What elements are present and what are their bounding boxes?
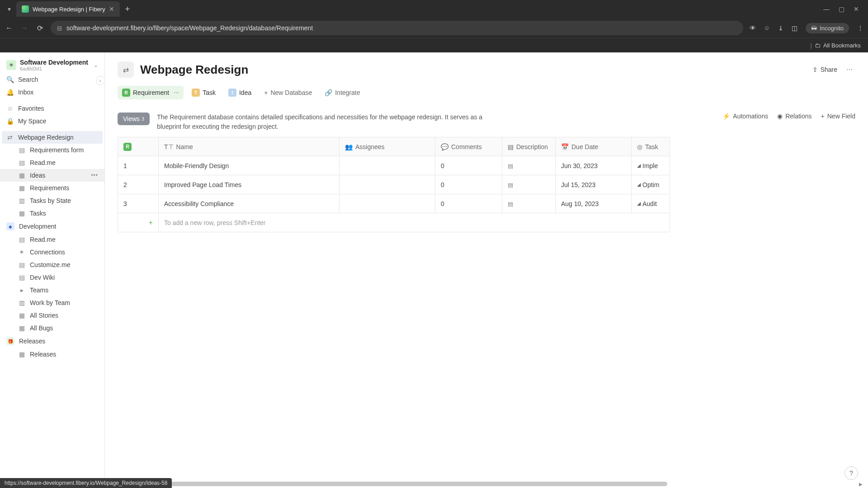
sidebar-favorites[interactable]: ☆ Favorites [0,102,104,115]
database-description[interactable]: The Requirement database contains detail… [157,113,491,131]
cell-due-date[interactable]: Jul 15, 2023 [556,175,632,194]
sidepanel-icon[interactable]: ◫ [792,24,797,32]
share-button[interactable]: ⇪ Share [812,66,837,73]
column-header-comments[interactable]: 💬Comments [435,137,502,156]
sidebar-item-work-by-team[interactable]: ▥ Work by Team [0,296,104,309]
close-tab-icon[interactable]: ✕ [109,5,114,13]
column-header-due-date[interactable]: 📅Due Date [556,137,632,156]
cell-name[interactable]: Mobile-Friendly Design [159,156,340,175]
sidebar-item-tasks[interactable]: ▦ Tasks [0,207,104,220]
sidebar-item-label: Requirements form [30,146,84,154]
new-tab-button[interactable]: + [122,5,134,14]
all-bookmarks-button[interactable]: All Bookmarks [823,42,861,49]
sidebar-item-releases-view[interactable]: ▦ Releases [0,348,104,361]
sidebar-space-webpage-redesign[interactable]: ⇄ Webpage Redesign [2,131,103,144]
add-row[interactable]: + To add a new row, press Shift+Enter [118,213,670,232]
share-icon: ⇪ [812,66,818,73]
reload-button[interactable]: ⟳ [35,24,44,33]
collapse-sidebar-button[interactable]: ‹ [96,76,105,85]
note-icon: ▤ [508,163,513,169]
column-header-name[interactable]: T⊤Name [159,137,340,156]
site-settings-icon[interactable]: ⊟ [57,25,62,32]
scroll-right-icon[interactable]: ▶ [859,482,863,487]
cell-comments[interactable]: 0 [435,175,502,194]
new-database-button[interactable]: + New Database [259,86,316,99]
sidebar-item-dev-readme[interactable]: ▤ Read.me [0,233,104,246]
sidebar-space-development[interactable]: ◆ Development [0,220,104,233]
cell-description[interactable]: ▤ [502,194,556,213]
sidebar-item-label: Work by Team [30,299,70,306]
column-header-task[interactable]: ◎Task [632,137,670,156]
tab-search-icon[interactable]: ▾ [4,4,14,14]
column-header-description[interactable]: ▤Description [502,137,556,156]
sidebar-item-dev-wiki[interactable]: ▤ Dev Wiki [0,271,104,284]
sidebar-item-connections[interactable]: ✶ Connections [0,246,104,258]
views-button[interactable]: Views 3 [118,113,150,125]
db-tab-menu-icon[interactable]: ⋯ [174,89,179,96]
cell-comments[interactable]: 0 [435,194,502,213]
page-title[interactable]: Webpage Redesign [140,63,806,77]
browser-tab[interactable]: Webpage Redesign | Fibery ✕ [16,1,120,17]
forward-button[interactable]: → [20,24,29,32]
maximize-icon[interactable]: ▢ [839,5,844,13]
sidebar-item-ideas[interactable]: ▦ Ideas ••• [0,169,104,182]
sidebar-item-tasks-by-state[interactable]: ▥ Tasks by State [0,194,104,207]
db-tab-requirement[interactable]: R Requirement ⋯ [118,86,184,99]
table-row[interactable]: 3 Accessibility Compliance 0 ▤ Aug 10, 2… [118,194,670,213]
sidebar-item-teams[interactable]: ▸ Teams [0,284,104,296]
sidebar-item-all-stories[interactable]: ▦ All Stories [0,309,104,322]
cell-task[interactable]: ◢Audit [632,194,670,213]
sidebar-search[interactable]: 🔍 Search [0,73,104,86]
cell-description[interactable]: ▤ [502,175,556,194]
relations-button[interactable]: ◉ Relations [777,113,811,120]
cell-task[interactable]: ◢Optim [632,175,670,194]
item-more-icon[interactable]: ••• [91,172,98,178]
add-row-plus-icon[interactable]: + [118,213,159,232]
column-header-index[interactable]: R [118,137,159,156]
column-label: Assignees [355,143,385,150]
automations-button[interactable]: ⚡ Automations [722,113,768,120]
cell-task[interactable]: ◢Imple [632,156,670,175]
column-header-assignees[interactable]: 👥Assignees [340,137,435,156]
sidebar-space-releases[interactable]: 🎁 Releases [0,334,104,348]
page-icon[interactable]: ⇄ [118,61,134,78]
cell-name[interactable]: Accessibility Compliance [159,194,340,213]
sidebar-inbox[interactable]: 🔔 Inbox [0,86,104,99]
cell-due-date[interactable]: Jun 30, 2023 [556,156,632,175]
table-row[interactable]: 2 Improved Page Load Times 0 ▤ Jul 15, 2… [118,175,670,194]
cell-assignees[interactable] [340,194,435,213]
bookmark-star-icon[interactable]: ☆ [764,24,770,32]
workspace-switcher[interactable]: ✳ Software Development 6ad8d3d1 ⌄ [0,56,104,73]
browser-menu-icon[interactable]: ⋮ [857,24,863,32]
sidebar-item-readme[interactable]: ▤ Read.me [0,156,104,169]
db-tab-label: Idea [239,89,251,96]
sidebar-item-all-bugs[interactable]: ▦ All Bugs [0,322,104,334]
incognito-badge[interactable]: 🕶 Incognito [806,23,849,33]
integrate-button[interactable]: 🔗 Integrate [320,86,364,99]
cell-due-date[interactable]: Aug 10, 2023 [556,194,632,213]
db-tab-idea[interactable]: I Idea [224,86,256,99]
cell-assignees[interactable] [340,156,435,175]
search-icon: 🔍 [6,76,14,83]
new-field-button[interactable]: + New Field [821,113,855,120]
sidebar-item-requirements[interactable]: ▦ Requirements [0,182,104,194]
address-bar[interactable]: ⊟ software-development.fibery.io/fibery/… [51,21,743,35]
cell-comments[interactable]: 0 [435,156,502,175]
page-menu-button[interactable]: ⋯ [844,66,855,73]
back-button[interactable]: ← [5,24,14,32]
help-button[interactable]: ? [844,466,858,480]
cell-name[interactable]: Improved Page Load Times [159,175,340,194]
sidebar-my-space[interactable]: 🔒 My Space [0,115,104,127]
eye-off-icon[interactable]: 👁 [750,24,756,32]
cell-description[interactable]: ▤ [502,156,556,175]
db-tab-task[interactable]: T Task [187,86,220,99]
calendar-icon: 📅 [561,143,569,150]
downloads-icon[interactable]: ⤓ [778,24,783,32]
cell-assignees[interactable] [340,175,435,194]
add-row-hint: To add a new row, press Shift+Enter [159,213,670,232]
table-row[interactable]: 1 Mobile-Friendly Design 0 ▤ Jun 30, 202… [118,156,670,175]
sidebar-item-requirements-form[interactable]: ▤ Requirements form [0,144,104,156]
minimize-icon[interactable]: ― [823,5,830,13]
close-window-icon[interactable]: ✕ [854,5,859,13]
sidebar-item-customize[interactable]: ▤ Customize.me [0,258,104,271]
